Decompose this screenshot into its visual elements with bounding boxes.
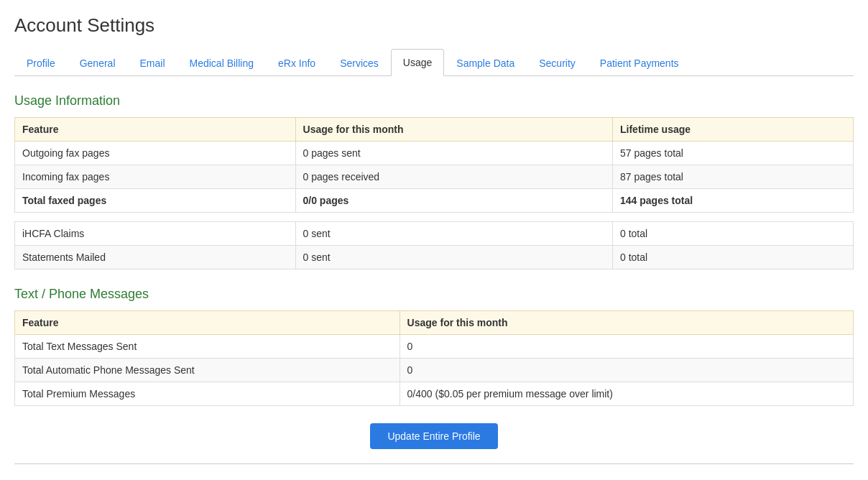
table-spacer-row <box>15 213 854 222</box>
table-row-total-faxed: Total faxed pages 0/0 pages 144 pages to… <box>15 189 854 213</box>
tab-usage[interactable]: Usage <box>391 49 444 76</box>
table-row: Incoming fax pages 0 pages received 87 p… <box>15 165 854 189</box>
cell-feature: Total faxed pages <box>15 189 296 213</box>
table-row: Total Automatic Phone Messages Sent 0 <box>15 359 854 382</box>
footer-divider <box>14 463 854 464</box>
tab-erx-info[interactable]: eRx Info <box>266 50 328 76</box>
cell-lifetime: 0 total <box>613 246 854 269</box>
messages-table-header: Feature Usage for this month <box>15 311 854 335</box>
usage-table: Feature Usage for this month Lifetime us… <box>14 117 854 269</box>
usage-table-header: Feature Usage for this month Lifetime us… <box>15 118 854 142</box>
col-month: Usage for this month <box>295 118 613 142</box>
messages-section: Text / Phone Messages Feature Usage for … <box>14 287 854 406</box>
cell-month: 0/400 ($0.05 per premium message over li… <box>400 382 853 406</box>
cell-month: 0 sent <box>295 246 613 269</box>
cell-month: 0 pages received <box>295 165 613 189</box>
usage-section-title: Usage Information <box>14 93 854 109</box>
cell-feature: Total Premium Messages <box>15 382 400 406</box>
cell-feature: Total Text Messages Sent <box>15 335 400 359</box>
col-lifetime: Lifetime usage <box>613 118 854 142</box>
table-row: Statements Mailed 0 sent 0 total <box>15 246 854 269</box>
cell-feature: iHCFA Claims <box>15 222 296 246</box>
col-month: Usage for this month <box>400 311 853 335</box>
tab-profile[interactable]: Profile <box>14 50 68 76</box>
cell-lifetime: 144 pages total <box>613 189 854 213</box>
tab-medical-billing[interactable]: Medical Billing <box>177 50 266 76</box>
messages-table: Feature Usage for this month Total Text … <box>14 310 854 406</box>
cell-month: 0 <box>400 335 853 359</box>
cell-month: 0/0 pages <box>295 189 613 213</box>
cell-lifetime: 0 total <box>613 222 854 246</box>
cell-lifetime: 87 pages total <box>613 165 854 189</box>
col-feature: Feature <box>15 118 296 142</box>
page-wrapper: Account Settings Profile General Email M… <box>0 0 868 464</box>
tab-services[interactable]: Services <box>328 50 391 76</box>
cell-month: 0 pages sent <box>295 142 613 165</box>
cell-lifetime: 57 pages total <box>613 142 854 165</box>
cell-month: 0 sent <box>295 222 613 246</box>
tab-patient-payments[interactable]: Patient Payments <box>588 50 691 76</box>
update-entire-profile-button[interactable]: Update Entire Profile <box>370 423 497 449</box>
cell-month: 0 <box>400 359 853 382</box>
messages-section-title: Text / Phone Messages <box>14 287 854 302</box>
tab-security[interactable]: Security <box>527 50 588 76</box>
tab-sample-data[interactable]: Sample Data <box>444 50 527 76</box>
page-title: Account Settings <box>14 14 854 37</box>
usage-section: Usage Information Feature Usage for this… <box>14 93 854 269</box>
table-row: iHCFA Claims 0 sent 0 total <box>15 222 854 246</box>
table-row: Outgoing fax pages 0 pages sent 57 pages… <box>15 142 854 165</box>
tabs-bar: Profile General Email Medical Billing eR… <box>14 48 854 76</box>
cell-feature: Incoming fax pages <box>15 165 296 189</box>
cell-feature: Statements Mailed <box>15 246 296 269</box>
cell-feature: Total Automatic Phone Messages Sent <box>15 359 400 382</box>
tab-general[interactable]: General <box>68 50 128 76</box>
col-feature: Feature <box>15 311 400 335</box>
cell-feature: Outgoing fax pages <box>15 142 296 165</box>
tab-email[interactable]: Email <box>128 50 177 76</box>
table-row: Total Text Messages Sent 0 <box>15 335 854 359</box>
table-row: Total Premium Messages 0/400 ($0.05 per … <box>15 382 854 406</box>
